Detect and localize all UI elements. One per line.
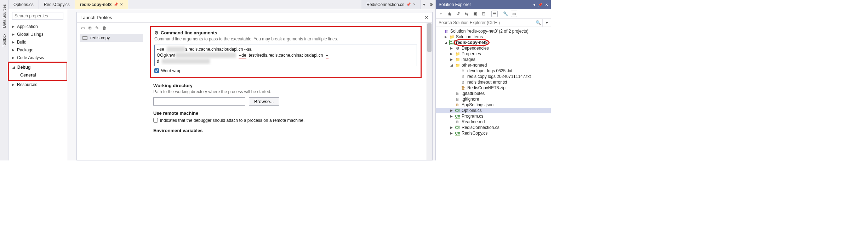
tree-other-noneed[interactable]: ◢📁other-noneed	[436, 62, 551, 68]
pin-icon[interactable]: 📌	[406, 2, 411, 6]
tab-settings-gear-icon[interactable]: ⚙	[427, 0, 435, 9]
tree-solution-items[interactable]: ▶📁Solution Items	[436, 34, 551, 40]
panel-close-icon[interactable]: ✕	[545, 3, 548, 7]
nav-debug-general[interactable]: General	[9, 71, 67, 79]
nav-application[interactable]: ▶Application	[8, 23, 67, 30]
chevron-down-icon: ◢	[444, 41, 448, 44]
switch-views-icon[interactable]: ◉	[446, 11, 453, 17]
md-file-icon: 🗎	[455, 119, 460, 124]
tree-properties[interactable]: ▶📁Properties	[436, 51, 551, 57]
annotation-debug-selected: ◢Debug General	[8, 62, 68, 81]
solution-tree: ◧Solution 'redis-copy-net8' (2 of 2 proj…	[436, 27, 551, 160]
sync-icon[interactable]: ⇆	[463, 11, 470, 17]
rename-profile-icon[interactable]: ✎	[95, 26, 99, 30]
search-dropdown-icon[interactable]: ▾	[542, 19, 551, 27]
nav-resources[interactable]: ▶Resources	[8, 81, 67, 89]
left-tool-strip: Data Sources Toolbox	[0, 0, 8, 160]
nav-build[interactable]: ▶Build	[8, 38, 67, 46]
tree-file[interactable]: 🗎developer logs 0625 .txt	[436, 68, 551, 74]
tree-redisconnection-cs[interactable]: ▶C#RedisConnection.cs	[436, 125, 551, 130]
nav-debug[interactable]: ◢Debug	[9, 63, 67, 71]
txt-file-icon: 🗎	[461, 68, 466, 73]
tree-solution[interactable]: ◧Solution 'redis-copy-net8' (2 of 2 proj…	[436, 28, 551, 34]
word-wrap-label: Word wrap	[161, 68, 182, 73]
dialog-title: Launch Profiles	[80, 15, 112, 20]
tab-options-cs[interactable]: Options.cs	[8, 0, 39, 9]
word-wrap-checkbox[interactable]	[154, 68, 159, 73]
pending-changes-icon[interactable]: ↺	[455, 11, 461, 17]
working-dir-desc: Path to the working directory where the …	[153, 89, 337, 95]
tree-images[interactable]: ▶📁images	[436, 57, 551, 62]
working-dir-heading: Working directory	[153, 83, 418, 88]
txt-file-icon: 🗎	[461, 74, 466, 79]
close-icon[interactable]: ✕	[413, 2, 416, 6]
tool-tab-data-sources[interactable]: Data Sources	[1, 1, 7, 31]
chevron-right-icon: ▶	[449, 126, 453, 129]
tree-file[interactable]: 🗎redis copy logs 202407111147.txt	[436, 74, 551, 79]
delete-profile-icon[interactable]: 🗑	[102, 26, 107, 30]
pin-icon[interactable]: 📌	[114, 2, 118, 6]
properties-icon[interactable]: 🔧	[502, 11, 509, 17]
scroll-thumb[interactable]	[427, 23, 432, 52]
cs-file-icon: C#	[455, 108, 460, 113]
folder-icon: 📁	[455, 57, 460, 62]
tree-file[interactable]: 🗜RedisCopyNET8.zip	[436, 85, 551, 91]
solution-icon: ◧	[444, 29, 449, 34]
cmd-args-input[interactable]: --se xxxxxxxxs.redis.cache.chinacloudapi…	[154, 45, 417, 66]
nav-global-usings[interactable]: ▶Global Usings	[8, 30, 67, 38]
chevron-down-icon: ◢	[449, 63, 453, 67]
tree-rediscopy-cs[interactable]: ▶C#RedisCopy.cs	[436, 130, 551, 136]
tool-tab-toolbox[interactable]: Toolbox	[1, 31, 7, 50]
search-properties-input[interactable]	[12, 12, 63, 20]
remote-checkbox[interactable]	[153, 118, 158, 123]
close-icon[interactable]: ✕	[120, 2, 123, 6]
nav-package[interactable]: ▶Package	[8, 46, 67, 54]
chevron-right-icon: ▶	[449, 109, 453, 112]
tree-file[interactable]: 🗎AppSettings.json	[436, 102, 551, 108]
tab-redisconnection-cs[interactable]: RedisConnection.cs 📌 ✕	[361, 0, 421, 9]
tab-label: Options.cs	[13, 2, 34, 7]
cs-file-icon: C#	[455, 131, 460, 136]
nav-code-analysis[interactable]: ▶Code Analysis	[8, 54, 67, 62]
cs-file-icon: C#	[455, 114, 460, 119]
tab-rediscopy-cs[interactable]: RedisCopy.cs	[39, 0, 75, 9]
view-icon[interactable]: ☰	[491, 11, 498, 17]
chevron-right-icon: ▶	[449, 58, 453, 61]
tree-program-cs[interactable]: ▶C#Program.cs	[436, 113, 551, 119]
dialog-scrollbar[interactable]	[427, 23, 432, 160]
chevron-right-icon: ▶	[12, 48, 16, 52]
search-icon[interactable]: 🔍	[534, 19, 542, 27]
solution-search-input[interactable]	[436, 19, 534, 27]
cmd-args-desc: Command line arguments to pass to the ex…	[154, 36, 338, 42]
csharp-project-icon: C#	[449, 40, 455, 45]
browse-button[interactable]: Browse...	[249, 97, 279, 106]
tree-project[interactable]: ◢C#redis-copy-net8	[436, 40, 551, 45]
tab-redis-copy-net8[interactable]: redis-copy-net8 📌 ✕	[75, 0, 128, 9]
chevron-right-icon: ▶	[12, 56, 16, 60]
profile-label: redis-copy	[90, 35, 110, 40]
cs-file-icon: C#	[455, 125, 460, 130]
tree-readme[interactable]: 🗎Readme.md	[436, 119, 551, 125]
chevron-right-icon: ▶	[12, 40, 16, 44]
tree-options-cs[interactable]: ▶C#Options.cs	[436, 108, 551, 113]
tree-dependencies[interactable]: ▶⚙Dependencies	[436, 45, 551, 51]
chevron-right-icon: ▶	[449, 46, 453, 50]
tree-file[interactable]: 🗎redis timeout error.txt	[436, 79, 551, 85]
tree-file[interactable]: 🗎.gitattributes	[436, 91, 551, 96]
tree-file[interactable]: 🗎.gitignore	[436, 96, 551, 102]
working-dir-input[interactable]	[153, 97, 245, 106]
dialog-close-icon[interactable]: ✕	[424, 15, 429, 20]
panel-dropdown-icon[interactable]: ▾	[533, 3, 535, 7]
gear-icon: ⚙	[154, 30, 159, 35]
tab-overflow-chevron-icon[interactable]: ▾	[421, 0, 427, 9]
panel-pin-icon[interactable]: 📌	[538, 3, 542, 7]
duplicate-profile-icon[interactable]: ⧉	[88, 26, 92, 30]
solution-explorer-title: Solution Explorer	[439, 2, 471, 7]
home-icon[interactable]: ⌂	[438, 11, 444, 17]
new-profile-icon[interactable]: ▭	[81, 26, 85, 30]
profile-redis-copy[interactable]: redis-copy	[80, 34, 143, 42]
zip-file-icon: 🗜	[461, 85, 466, 90]
preview-icon[interactable]: ▭	[511, 11, 517, 17]
collapse-all-icon[interactable]: ⊟	[480, 11, 487, 17]
show-all-files-icon[interactable]: ▣	[472, 11, 478, 17]
